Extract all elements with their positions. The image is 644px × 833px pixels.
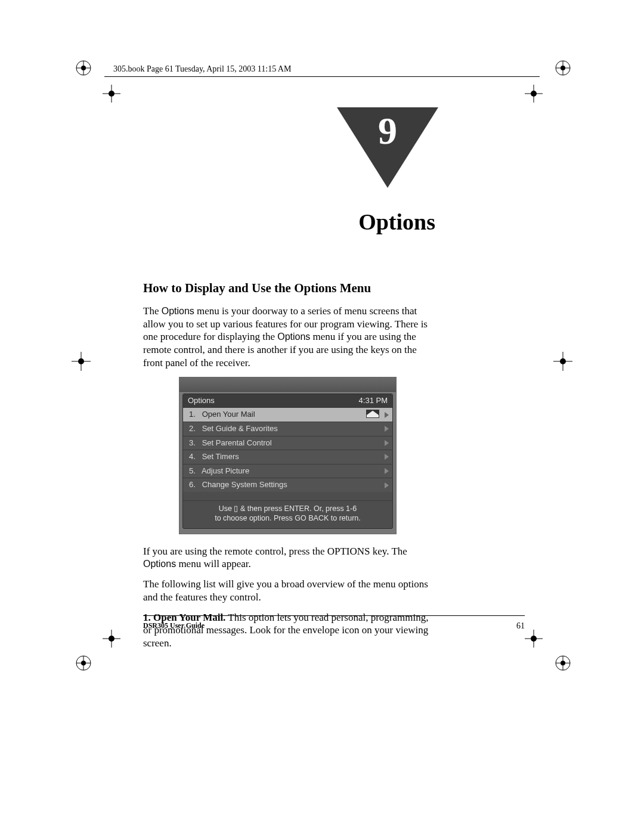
after-shot-paragraph: If you are using the remote control, pre… <box>143 545 438 571</box>
options-word: Options <box>277 332 310 342</box>
options-word: Options <box>143 559 176 569</box>
crop-mark-mid-left <box>72 352 91 371</box>
item-label: Change System Settings <box>202 480 287 489</box>
item-label: Open Your Mail <box>202 410 255 419</box>
footer-guide-name: DSR305 User Guide <box>143 621 205 630</box>
chevron-right-icon <box>385 412 389 418</box>
crop-mark-bottom-left <box>103 630 120 648</box>
svg-point-10 <box>109 91 114 97</box>
options-menu-screenshot: Options 4:31 PM 1. Open Your Mail 2. Set… <box>179 377 397 534</box>
svg-point-7 <box>561 66 565 70</box>
options-word: Options <box>162 306 194 316</box>
svg-point-13 <box>531 91 537 97</box>
footer-page-number: 61 <box>516 621 525 631</box>
chevron-right-icon <box>385 426 389 432</box>
chevron-right-icon <box>385 482 389 488</box>
item-number: 4. <box>189 452 200 462</box>
options-item-system-settings[interactable]: 6. Change System Settings <box>183 478 392 492</box>
item-number: 2. <box>189 424 200 434</box>
options-panel: Options 4:31 PM 1. Open Your Mail 2. Set… <box>182 394 393 529</box>
item-number: 6. <box>189 480 200 490</box>
svg-point-19 <box>560 358 566 364</box>
item-number: 5. <box>189 466 200 476</box>
crop-mark-bottom-left-circle <box>75 655 92 671</box>
overview-paragraph: The following list will give you a broad… <box>143 578 438 604</box>
crop-mark-bottom-right-circle <box>555 655 571 671</box>
svg-point-33 <box>561 661 565 665</box>
intro-paragraph: The Options menu is your doorway to a se… <box>143 305 438 370</box>
screenshot-background <box>179 377 396 392</box>
svg-point-22 <box>109 636 114 642</box>
svg-point-25 <box>531 636 537 642</box>
header-crop-text: 305.book Page 61 Tuesday, April 15, 2003… <box>113 64 291 74</box>
chevron-right-icon <box>385 468 389 474</box>
envelope-icon <box>366 410 379 418</box>
header-rule <box>104 76 540 77</box>
list-item-1: 1. Open Your Mail. This option lets you … <box>143 611 438 650</box>
crop-mark-mid-right <box>553 352 572 371</box>
panel-time: 4:31 PM <box>359 396 388 406</box>
options-hint: Use ▯ & then press ENTER. Or, press 1-6 … <box>183 500 392 528</box>
options-item-adjust-picture[interactable]: 5. Adjust Picture <box>183 464 392 478</box>
text: menu will appear. <box>176 558 251 569</box>
options-item-open-mail[interactable]: 1. Open Your Mail <box>183 407 392 422</box>
svg-point-16 <box>78 358 84 364</box>
section-title: How to Display and Use the Options Menu <box>143 280 438 296</box>
item-label: Set Parental Control <box>202 438 272 447</box>
hint-line: Use ▯ & then press ENTER. Or, press 1-6 <box>188 504 388 513</box>
item-label: Set Timers <box>202 452 239 461</box>
item-number: 3. <box>189 438 200 448</box>
hint-line: to choose option. Press GO BACK to retur… <box>188 513 388 523</box>
options-panel-titlebar: Options 4:31 PM <box>183 394 392 408</box>
crop-mark-top-left-circle <box>75 60 92 76</box>
content-column: How to Display and Use the Options Menu … <box>143 280 438 657</box>
chevron-right-icon <box>385 454 389 460</box>
crop-mark-top-right <box>525 85 543 103</box>
text: The <box>143 305 162 317</box>
chapter-title: Options <box>143 209 435 235</box>
options-item-guide-favorites[interactable]: 2. Set Guide & Favorites <box>183 422 392 436</box>
chevron-right-icon <box>385 440 389 446</box>
item-number: 1. <box>189 410 200 420</box>
svg-point-3 <box>81 66 86 70</box>
chapter-number: 9 <box>337 112 438 150</box>
crop-mark-top-right-circle <box>555 60 571 76</box>
svg-point-29 <box>81 661 86 665</box>
item-label: Set Guide & Favorites <box>202 424 278 433</box>
crop-mark-top-left <box>103 85 120 103</box>
panel-title: Options <box>188 396 215 406</box>
text: If you are using the remote control, pre… <box>143 546 407 557</box>
options-item-set-timers[interactable]: 4. Set Timers <box>183 450 392 464</box>
crop-mark-bottom-right <box>525 630 543 648</box>
item-label: Adjust Picture <box>202 466 249 475</box>
options-item-parental-control[interactable]: 3. Set Parental Control <box>183 436 392 450</box>
footer-rule <box>143 615 525 616</box>
